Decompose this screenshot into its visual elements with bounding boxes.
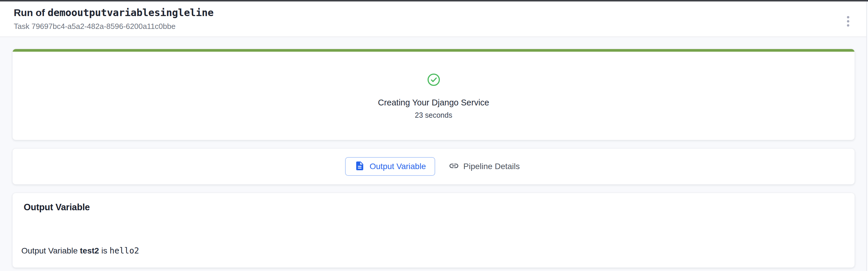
scrollbar-gutter[interactable] [866, 1, 868, 271]
task-id-label: Task 79697bc4-a5a2-482a-8596-6200a11c0bb… [14, 21, 868, 31]
status-duration: 23 seconds [415, 111, 453, 119]
variable-value: hello2 [110, 246, 139, 256]
pipeline-name: demooutputvariablesingleline [48, 7, 214, 19]
output-variable-card: Output Variable Output Variable test2 is… [12, 193, 855, 268]
sentence-prefix: Output Variable [21, 246, 78, 255]
progress-bar [12, 49, 855, 52]
page-title-prefix: Run of [14, 7, 45, 18]
status-card: Creating Your Django Service 23 seconds [12, 49, 855, 140]
document-icon [354, 161, 365, 172]
output-variable-heading: Output Variable [24, 202, 855, 213]
tab-output-variable-label: Output Variable [370, 162, 426, 171]
output-variable-sentence: Output Variable test2 is hello2 [21, 246, 855, 256]
tab-bar: Output Variable Pipeline Details [12, 148, 855, 184]
check-circle-icon [427, 73, 440, 88]
tab-pipeline-details-label: Pipeline Details [463, 162, 520, 171]
status-title: Creating Your Django Service [378, 98, 489, 107]
tab-pipeline-details[interactable]: Pipeline Details [446, 157, 522, 176]
tab-output-variable[interactable]: Output Variable [345, 157, 435, 176]
page-title: Run of demooutputvariablesingleline [14, 6, 868, 19]
kebab-menu-icon[interactable] [842, 15, 854, 28]
variable-name: test2 [80, 246, 99, 255]
link-icon [448, 161, 459, 172]
run-header: Run of demooutputvariablesingleline Task… [0, 1, 868, 37]
sentence-connector: is [101, 246, 107, 255]
